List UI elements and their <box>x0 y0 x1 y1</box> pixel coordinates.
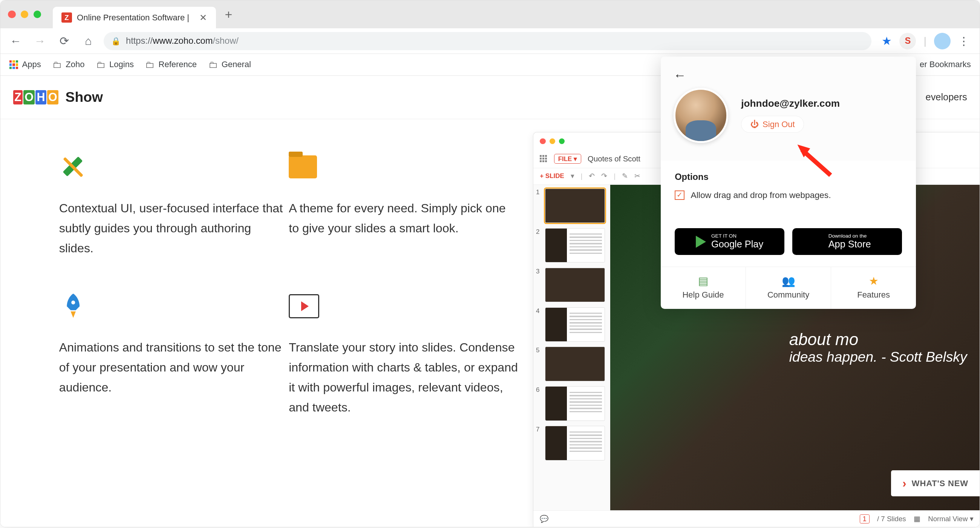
apps-button[interactable]: Apps <box>10 60 41 69</box>
feature-text: A theme for every need. Simply pick one … <box>289 198 518 238</box>
new-tab-button[interactable]: + <box>225 7 232 22</box>
slide-dropdown-icon[interactable]: ▾ <box>571 172 574 180</box>
bookmark-folder-logins[interactable]: 🗀Logins <box>96 59 134 70</box>
bookmark-folder-reference[interactable]: 🗀Reference <box>145 59 197 70</box>
tab-help-guide[interactable]: ▤ Help Guide <box>661 267 746 309</box>
url-domain: www.zoho.com <box>153 36 213 46</box>
folder-theme-icon <box>289 155 317 179</box>
folder-icon: 🗀 <box>145 59 154 70</box>
undo-icon[interactable]: ↶ <box>589 172 595 180</box>
user-avatar <box>674 88 729 143</box>
product-name: Show <box>65 89 103 105</box>
google-play-badge[interactable]: GET IT ONGoogle Play <box>675 228 784 255</box>
view-mode-dropdown[interactable]: Normal View ▾ <box>928 515 973 523</box>
extension-icon[interactable]: S <box>899 33 916 49</box>
tab-favicon-icon: Z <box>61 13 72 22</box>
other-bookmarks-label: er Bookmarks <box>920 60 971 69</box>
checkbox-checked-icon[interactable]: ✓ <box>675 190 684 200</box>
sign-out-label: Sign Out <box>762 120 795 129</box>
sign-out-button[interactable]: ⏻ Sign Out <box>741 116 804 133</box>
slide-thumbnails: 1 2 3 4 5 6 7 <box>533 185 610 510</box>
tab-community[interactable]: 👥 Community <box>746 267 831 309</box>
slide-thumb-2[interactable]: 2 <box>536 228 607 263</box>
popover-back-button[interactable]: ← <box>674 68 686 83</box>
bookmark-folder-general[interactable]: 🗀General <box>208 59 251 70</box>
maximize-icon[interactable] <box>559 139 565 144</box>
minimize-icon[interactable] <box>550 139 555 144</box>
bookmark-label: General <box>222 60 251 69</box>
document-icon: ▤ <box>661 274 746 287</box>
maximize-window-button[interactable] <box>33 11 41 18</box>
user-email: johndoe@zylker.com <box>741 98 840 109</box>
slide-thumb-5[interactable]: 5 <box>536 346 607 381</box>
popover-tabs: ▤ Help Guide 👥 Community ★ Features <box>661 266 916 309</box>
feature-text: Translate your story into slides. Conden… <box>289 338 518 418</box>
folder-icon: 🗀 <box>208 59 218 70</box>
zoho-logo-icon: ZOHO <box>13 90 59 104</box>
feature-themes: A theme for every need. Simply pick one … <box>289 151 518 259</box>
bookmark-folder-zoho[interactable]: 🗀Zoho <box>52 59 84 70</box>
current-slide-number[interactable]: 1 <box>860 514 870 523</box>
options-heading: Options <box>675 172 902 182</box>
forward-button[interactable]: → <box>31 34 49 48</box>
minimize-window-button[interactable] <box>21 11 28 18</box>
feature-animations: Animations and transitions to set the to… <box>59 290 289 418</box>
view-grid-icon[interactable]: ▦ <box>914 515 920 523</box>
tab-label: Help Guide <box>682 290 724 300</box>
lock-icon: 🔒 <box>111 37 121 46</box>
slide-text: about mo ideas happen. - Scott Belsky <box>789 330 967 365</box>
back-button[interactable]: ← <box>7 34 24 48</box>
gplay-bottom-text: Google Play <box>711 239 763 250</box>
profile-avatar-icon[interactable] <box>934 33 951 49</box>
feature-text: Contextual UI, user-focused interface th… <box>59 198 289 258</box>
tab-features[interactable]: ★ Features <box>831 267 916 309</box>
features-grid: Contextual UI, user-focused interface th… <box>0 119 544 527</box>
svg-point-0 <box>70 300 76 305</box>
play-screen-icon <box>289 294 319 318</box>
cut-icon[interactable]: ✂ <box>634 172 640 180</box>
document-title[interactable]: Quotes of Scott <box>588 155 640 163</box>
browser-toolbar: ← → ⟳ ⌂ 🔒 https://www.zoho.com/show/ ★ S… <box>0 28 980 54</box>
slide-thumb-7[interactable]: 7 <box>536 426 607 460</box>
home-button[interactable]: ⌂ <box>80 34 97 48</box>
tab-label: Features <box>857 290 890 300</box>
option-drag-drop[interactable]: ✓ Allow drag and drop from webpages. <box>675 190 902 200</box>
bookmark-star-icon[interactable]: ★ <box>881 34 892 48</box>
logo-group[interactable]: ZOHO Show <box>13 89 103 105</box>
editor-statusbar: 💬 1 / 7 Slides ▦ Normal View ▾ <box>533 510 980 527</box>
pencil-ruler-icon <box>59 153 87 181</box>
slide-thumb-3[interactable]: 3 <box>536 268 607 302</box>
close-window-button[interactable] <box>8 11 16 18</box>
comments-icon[interactable]: 💬 <box>540 515 549 523</box>
grid-menu-icon[interactable] <box>540 155 547 163</box>
close-icon[interactable] <box>540 139 546 144</box>
slide-thumb-6[interactable]: 6 <box>536 386 607 421</box>
format-painter-icon[interactable]: ✎ <box>622 172 628 180</box>
browser-tab[interactable]: Z Online Presentation Software | ✕ <box>53 7 216 29</box>
nav-link-developers[interactable]: evelopers <box>926 92 967 102</box>
reload-button[interactable]: ⟳ <box>56 34 73 48</box>
other-bookmarks[interactable]: er Bookmarks <box>920 60 971 69</box>
url-path: /show/ <box>213 36 238 46</box>
appstore-bottom-text: App Store <box>829 239 871 250</box>
address-bar[interactable]: 🔒 https://www.zoho.com/show/ <box>103 32 872 50</box>
url-scheme: https:// <box>126 36 153 46</box>
people-icon: 👥 <box>746 274 831 287</box>
redo-icon[interactable]: ↷ <box>601 172 607 180</box>
file-menu-button[interactable]: FILE ▾ <box>554 154 582 164</box>
browser-menu-icon[interactable]: ⋮ <box>958 34 969 48</box>
feature-story-slides: Translate your story into slides. Conden… <box>289 290 518 418</box>
rocket-icon <box>59 292 87 320</box>
tab-close-icon[interactable]: ✕ <box>199 13 207 23</box>
app-store-badge[interactable]: Download on theApp Store <box>792 228 902 255</box>
add-slide-button[interactable]: + SLIDE <box>540 172 564 180</box>
whats-new-button[interactable]: WHAT'S NEW <box>891 470 980 496</box>
divider: | <box>924 35 926 47</box>
popover-header: ← johndoe@zylker.com ⏻ Sign Out <box>661 57 916 161</box>
feature-contextual-ui: Contextual UI, user-focused interface th… <box>59 151 289 259</box>
slide-thumb-1[interactable]: 1 <box>536 188 607 223</box>
tab-title: Online Presentation Software | <box>77 13 189 22</box>
bookmark-label: Logins <box>109 60 134 69</box>
slide-text-line1: about mo <box>789 330 967 349</box>
slide-thumb-4[interactable]: 4 <box>536 307 607 342</box>
